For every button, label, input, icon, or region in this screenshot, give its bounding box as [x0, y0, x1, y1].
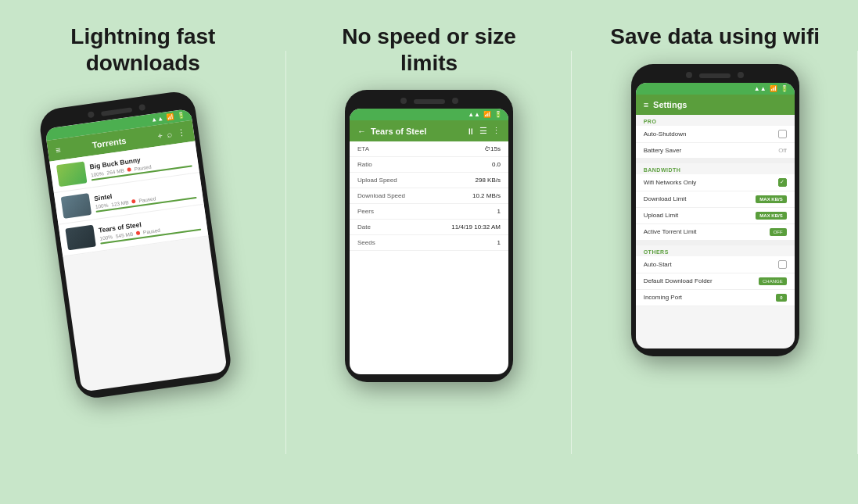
- settings-row-autostart: Auto-Start: [636, 256, 795, 273]
- panel3-headline: Save data using wifi: [610, 23, 820, 50]
- wifi-icon-3: ▲▲: [754, 85, 766, 92]
- wifi-icon-2: ▲▲: [468, 111, 480, 118]
- pause-icon[interactable]: ⏸: [466, 127, 475, 136]
- section-label-pro: PRO: [636, 115, 795, 126]
- checkbox-wifi-only[interactable]: ✓: [778, 178, 787, 187]
- thumb-sintel: [60, 193, 92, 219]
- badge-change[interactable]: CHANGE: [759, 277, 787, 285]
- back-icon[interactable]: ←: [357, 127, 366, 136]
- camera-2: [138, 104, 145, 111]
- label-dl-folder: Default Download Folder: [644, 277, 713, 284]
- torrent-list: Big Buck Bunny 100% 264 MB Paused: [49, 141, 208, 257]
- camera-3: [400, 98, 407, 104]
- phone-3: ▲▲ 📶 🔋 ≡ Settings PRO Auto-Shutdown Batt…: [631, 64, 799, 356]
- progress-bunny: 100%: [90, 170, 103, 177]
- toolbar-title-1: Torrents: [92, 135, 127, 149]
- detail-row-upload: Upload Speed 298 KB/s: [350, 173, 508, 188]
- more-icon-2[interactable]: ⋮: [492, 126, 501, 136]
- label-autostart: Auto-Start: [644, 261, 672, 268]
- battery-icon-1: 🔋: [177, 112, 185, 120]
- status-dot-sintel: [131, 199, 136, 204]
- badge-dl-limit[interactable]: MAX KB/S: [756, 195, 786, 203]
- signal-icon-1: 📶: [166, 113, 174, 121]
- settings-row-ul-limit: Upload Limit MAX KB/S: [636, 208, 795, 224]
- detail-row-download: Download Speed 10.2 MB/s: [350, 188, 508, 204]
- label-ul-limit: Upload Limit: [644, 212, 678, 219]
- toolbar-icons-1: + ⌕ ⋮: [156, 127, 186, 141]
- size-bunny: 264 MB: [106, 167, 124, 175]
- panel-wifi: Save data using wifi ▲▲ 📶 🔋 ≡ Settings P…: [572, 0, 858, 504]
- label-wifi-only: Wifi Networks Only: [644, 179, 697, 186]
- more-icon-1[interactable]: ⋮: [177, 127, 187, 138]
- settings-menu-icon[interactable]: ≡: [644, 100, 648, 109]
- detail-row-eta: ETA ⏱15s: [350, 141, 508, 157]
- panel2-headline: No speed or size limits: [320, 23, 539, 76]
- detail-toolbar: ← Tears of Steel ⏸ ☰ ⋮: [350, 120, 508, 141]
- label-eta: ETA: [357, 145, 369, 152]
- progress-steel: 100%: [99, 234, 113, 241]
- value-seeds: 1: [497, 239, 501, 246]
- battery-icon-3: 🔋: [781, 85, 788, 92]
- checkbox-autoshutdown[interactable]: [778, 130, 787, 138]
- label-seeds: Seeds: [357, 239, 375, 246]
- phone-1: ▲▲ 📶 🔋 ≡ Torrents + ⌕ ⋮: [38, 89, 233, 400]
- panel1-headline: Lightning fast downloads: [34, 23, 253, 76]
- status-bar-2: ▲▲ 📶 🔋: [350, 109, 508, 120]
- value-upload: 298 KB/s: [476, 177, 501, 184]
- detail-row-seeds: Seeds 1: [350, 235, 508, 251]
- signal-icon-2: 📶: [483, 111, 491, 118]
- label-torrent-limit: Active Torrent Limit: [644, 228, 697, 235]
- camera-4: [452, 98, 458, 104]
- checkbox-autostart[interactable]: [778, 260, 787, 269]
- label-ratio: Ratio: [357, 161, 372, 168]
- status-steel: Paused: [142, 227, 160, 235]
- badge-ul-limit[interactable]: MAX KB/S: [756, 212, 786, 220]
- status-sintel: Paused: [138, 195, 156, 203]
- detail-row-peers: Peers 1: [350, 204, 508, 220]
- label-battery: Battery Saver: [644, 147, 681, 154]
- camera-6: [738, 72, 744, 78]
- screen-1: ▲▲ 📶 🔋 ≡ Torrents + ⌕ ⋮: [45, 109, 227, 392]
- value-download: 10.2 MB/s: [472, 192, 501, 199]
- detail-title: Tears of Steel: [371, 127, 461, 136]
- label-port: Incoming Port: [644, 294, 682, 301]
- panel-limits: No speed or size limits ▲▲ 📶 🔋 ← Tears o…: [286, 0, 573, 504]
- menu-icon-1[interactable]: ≡: [55, 145, 61, 155]
- label-upload: Upload Speed: [357, 177, 397, 184]
- settings-row-autoshutdown: Auto-Shutdown: [636, 126, 795, 143]
- speaker-3: [699, 73, 731, 78]
- settings-row-wifi-only: Wifi Networks Only ✓: [636, 174, 795, 191]
- detail-row-date: Date 11/4/19 10:32 AM: [350, 220, 508, 235]
- torrent-info-steel: Tears of Steel 100% 545 MB Paused: [98, 212, 201, 244]
- settings-row-battery: Battery Saver Off: [636, 143, 795, 159]
- badge-torrent-limit[interactable]: OFF: [770, 228, 787, 236]
- progress-sintel: 100%: [95, 202, 108, 209]
- settings-row-torrent-limit: Active Torrent Limit OFF: [636, 224, 795, 241]
- section-label-bandwidth: BANDWIDTH: [636, 163, 795, 174]
- label-dl-limit: Download Limit: [644, 195, 687, 202]
- label-download: Download Speed: [357, 192, 405, 199]
- status-bunny: Paused: [134, 163, 152, 171]
- size-sintel: 123 MB: [110, 199, 128, 207]
- screen-2: ▲▲ 📶 🔋 ← Tears of Steel ⏸ ☰ ⋮ ETA ⏱15s R…: [350, 109, 508, 374]
- value-date: 11/4/19 10:32 AM: [451, 223, 501, 231]
- add-icon-1[interactable]: +: [156, 130, 163, 141]
- thumb-steel: [65, 225, 96, 251]
- settings-row-dl-limit: Download Limit MAX KB/S: [636, 191, 795, 208]
- value-eta: ⏱15s: [484, 145, 501, 152]
- search-icon-1[interactable]: ⌕: [167, 129, 174, 139]
- label-date: Date: [357, 223, 371, 231]
- battery-icon-2: 🔋: [494, 111, 502, 118]
- thumb-bunny: [56, 162, 88, 188]
- screen-3: ▲▲ 📶 🔋 ≡ Settings PRO Auto-Shutdown Batt…: [636, 83, 795, 349]
- settings-row-dl-folder: Default Download Folder CHANGE: [636, 273, 795, 290]
- phone-2: ▲▲ 📶 🔋 ← Tears of Steel ⏸ ☰ ⋮ ETA ⏱15s R…: [345, 90, 513, 382]
- value-ratio: 0.0: [492, 161, 501, 168]
- settings-row-port: Incoming Port 0: [636, 290, 795, 306]
- section-label-others: OTHERS: [636, 245, 795, 256]
- camera-5: [686, 72, 692, 78]
- value-peers: 1: [497, 208, 501, 215]
- size-steel: 545 MB: [115, 231, 133, 238]
- badge-port[interactable]: 0: [776, 294, 786, 302]
- list-icon[interactable]: ☰: [479, 126, 487, 136]
